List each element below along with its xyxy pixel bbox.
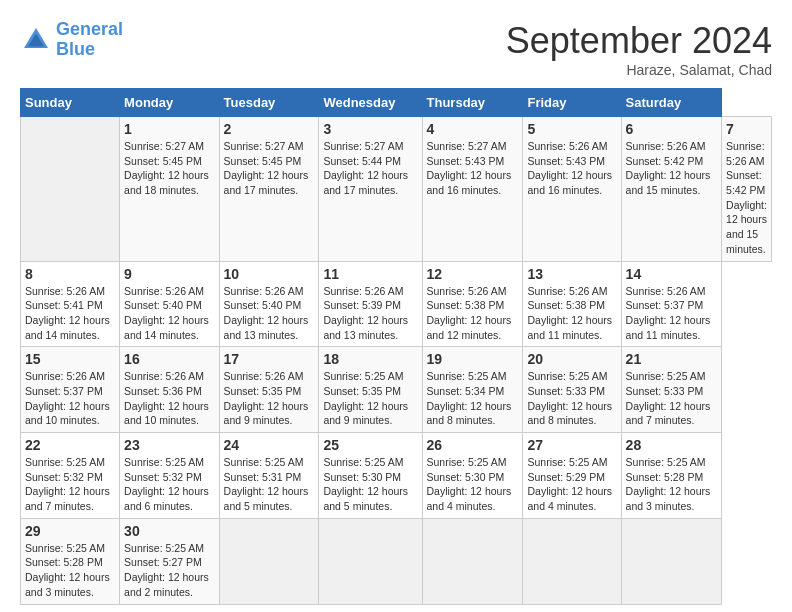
day-info: Sunrise: 5:25 AM Sunset: 5:29 PM Dayligh… [527,455,616,514]
calendar-week-5: 29 Sunrise: 5:25 AM Sunset: 5:28 PM Dayl… [21,518,772,604]
day-info: Sunrise: 5:26 AM Sunset: 5:38 PM Dayligh… [527,284,616,343]
calendar-cell: 5 Sunrise: 5:26 AM Sunset: 5:43 PM Dayli… [523,117,621,262]
daylight: Daylight: 12 hours and 13 minutes. [323,314,408,341]
day-number: 9 [124,266,214,282]
calendar-header: SundayMondayTuesdayWednesdayThursdayFrid… [21,89,772,117]
day-info: Sunrise: 5:26 AM Sunset: 5:37 PM Dayligh… [25,369,115,428]
sunrise: Sunrise: 5:26 AM [224,370,304,382]
calendar-week-4: 22 Sunrise: 5:25 AM Sunset: 5:32 PM Dayl… [21,433,772,519]
location: Haraze, Salamat, Chad [506,62,772,78]
calendar-cell: 10 Sunrise: 5:26 AM Sunset: 5:40 PM Dayl… [219,261,319,347]
daylight: Daylight: 12 hours and 4 minutes. [527,485,612,512]
day-number: 15 [25,351,115,367]
weekday-header-thursday: Thursday [422,89,523,117]
weekday-header-friday: Friday [523,89,621,117]
day-info: Sunrise: 5:26 AM Sunset: 5:41 PM Dayligh… [25,284,115,343]
sunset: Sunset: 5:40 PM [224,299,302,311]
weekday-row: SundayMondayTuesdayWednesdayThursdayFrid… [21,89,772,117]
daylight: Daylight: 12 hours and 11 minutes. [626,314,711,341]
sunset: Sunset: 5:42 PM [726,169,765,196]
sunset: Sunset: 5:36 PM [124,385,202,397]
sunrise: Sunrise: 5:26 AM [323,285,403,297]
day-info: Sunrise: 5:26 AM Sunset: 5:35 PM Dayligh… [224,369,315,428]
daylight: Daylight: 12 hours and 9 minutes. [323,400,408,427]
day-number: 8 [25,266,115,282]
day-number: 20 [527,351,616,367]
calendar-cell: 11 Sunrise: 5:26 AM Sunset: 5:39 PM Dayl… [319,261,422,347]
sunrise: Sunrise: 5:25 AM [427,370,507,382]
sunrise: Sunrise: 5:26 AM [626,140,706,152]
calendar-cell: 29 Sunrise: 5:25 AM Sunset: 5:28 PM Dayl… [21,518,120,604]
calendar-cell: 2 Sunrise: 5:27 AM Sunset: 5:45 PM Dayli… [219,117,319,262]
day-number: 16 [124,351,214,367]
daylight: Daylight: 12 hours and 9 minutes. [224,400,309,427]
sunrise: Sunrise: 5:25 AM [124,542,204,554]
sunrise: Sunrise: 5:26 AM [25,285,105,297]
day-number: 19 [427,351,519,367]
day-info: Sunrise: 5:25 AM Sunset: 5:30 PM Dayligh… [323,455,417,514]
sunrise: Sunrise: 5:27 AM [323,140,403,152]
sunrise: Sunrise: 5:26 AM [25,370,105,382]
daylight: Daylight: 12 hours and 17 minutes. [224,169,309,196]
calendar-cell: 19 Sunrise: 5:25 AM Sunset: 5:34 PM Dayl… [422,347,523,433]
day-number: 12 [427,266,519,282]
calendar-body: 1 Sunrise: 5:27 AM Sunset: 5:45 PM Dayli… [21,117,772,605]
day-number: 26 [427,437,519,453]
calendar-cell: 25 Sunrise: 5:25 AM Sunset: 5:30 PM Dayl… [319,433,422,519]
daylight: Daylight: 12 hours and 11 minutes. [527,314,612,341]
day-info: Sunrise: 5:26 AM Sunset: 5:42 PM Dayligh… [626,139,717,198]
day-number: 17 [224,351,315,367]
calendar-cell: 18 Sunrise: 5:25 AM Sunset: 5:35 PM Dayl… [319,347,422,433]
sunset: Sunset: 5:27 PM [124,556,202,568]
sunset: Sunset: 5:41 PM [25,299,103,311]
day-info: Sunrise: 5:26 AM Sunset: 5:42 PM Dayligh… [726,139,767,257]
weekday-header-saturday: Saturday [621,89,721,117]
day-number: 22 [25,437,115,453]
daylight: Daylight: 12 hours and 10 minutes. [124,400,209,427]
sunrise: Sunrise: 5:26 AM [527,285,607,297]
calendar-cell: 22 Sunrise: 5:25 AM Sunset: 5:32 PM Dayl… [21,433,120,519]
calendar-cell: 14 Sunrise: 5:26 AM Sunset: 5:37 PM Dayl… [621,261,721,347]
sunset: Sunset: 5:29 PM [527,471,605,483]
sunrise: Sunrise: 5:27 AM [427,140,507,152]
daylight: Daylight: 12 hours and 3 minutes. [626,485,711,512]
day-number: 18 [323,351,417,367]
day-number: 6 [626,121,717,137]
daylight: Daylight: 12 hours and 12 minutes. [427,314,512,341]
sunset: Sunset: 5:38 PM [527,299,605,311]
sunrise: Sunrise: 5:26 AM [626,285,706,297]
daylight: Daylight: 12 hours and 8 minutes. [527,400,612,427]
day-info: Sunrise: 5:27 AM Sunset: 5:43 PM Dayligh… [427,139,519,198]
day-info: Sunrise: 5:26 AM Sunset: 5:43 PM Dayligh… [527,139,616,198]
daylight: Daylight: 12 hours and 6 minutes. [124,485,209,512]
sunrise: Sunrise: 5:25 AM [323,370,403,382]
day-number: 28 [626,437,717,453]
sunrise: Sunrise: 5:25 AM [427,456,507,468]
sunrise: Sunrise: 5:25 AM [224,456,304,468]
day-info: Sunrise: 5:25 AM Sunset: 5:28 PM Dayligh… [626,455,717,514]
sunset: Sunset: 5:31 PM [224,471,302,483]
sunset: Sunset: 5:37 PM [25,385,103,397]
daylight: Daylight: 12 hours and 7 minutes. [25,485,110,512]
calendar-week-3: 15 Sunrise: 5:26 AM Sunset: 5:37 PM Dayl… [21,347,772,433]
calendar-cell [219,518,319,604]
calendar-cell: 21 Sunrise: 5:25 AM Sunset: 5:33 PM Dayl… [621,347,721,433]
sunrise: Sunrise: 5:25 AM [323,456,403,468]
sunrise: Sunrise: 5:27 AM [124,140,204,152]
day-info: Sunrise: 5:25 AM Sunset: 5:34 PM Dayligh… [427,369,519,428]
daylight: Daylight: 12 hours and 16 minutes. [427,169,512,196]
sunset: Sunset: 5:44 PM [323,155,401,167]
daylight: Daylight: 12 hours and 3 minutes. [25,571,110,598]
sunset: Sunset: 5:42 PM [626,155,704,167]
calendar-cell [621,518,721,604]
sunset: Sunset: 5:40 PM [124,299,202,311]
day-info: Sunrise: 5:25 AM Sunset: 5:33 PM Dayligh… [626,369,717,428]
sunrise: Sunrise: 5:25 AM [626,370,706,382]
day-number: 10 [224,266,315,282]
calendar-cell: 7 Sunrise: 5:26 AM Sunset: 5:42 PM Dayli… [722,117,772,262]
day-info: Sunrise: 5:25 AM Sunset: 5:35 PM Dayligh… [323,369,417,428]
day-info: Sunrise: 5:25 AM Sunset: 5:30 PM Dayligh… [427,455,519,514]
weekday-header-sunday: Sunday [21,89,120,117]
daylight: Daylight: 12 hours and 5 minutes. [224,485,309,512]
sunrise: Sunrise: 5:27 AM [224,140,304,152]
